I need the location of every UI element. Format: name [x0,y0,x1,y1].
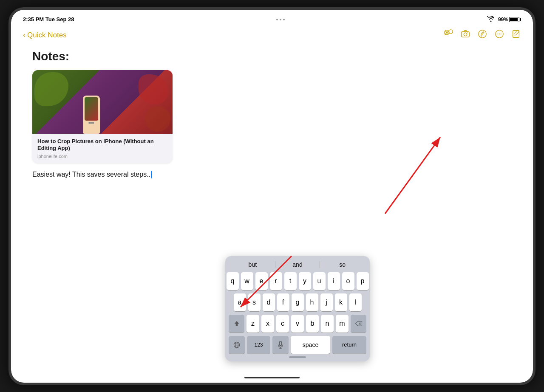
key-z[interactable]: z [246,315,259,333]
key-p[interactable]: p [357,272,369,290]
battery-fill [510,18,518,21]
key-i[interactable]: i [328,272,340,290]
status-right: 99% [487,16,521,23]
svg-point-6 [449,30,453,34]
key-x[interactable]: x [261,315,274,333]
nav-right-icons [444,29,521,41]
main-content: Notes: How to Crop Pict [11,45,533,187]
status-dot-1 [276,19,278,20]
back-label: Quick Notes [27,31,67,39]
keyboard-suggestions: but and so [229,260,366,269]
status-time: 2:35 PM Tue Sep 28 [23,16,74,23]
globe-key[interactable] [229,336,245,354]
status-center [276,19,285,20]
mic-key[interactable] [272,336,289,354]
battery-icon [509,17,519,22]
shift-key[interactable] [229,315,244,333]
ipad-screen: 2:35 PM Tue Sep 28 99% [11,10,533,383]
wifi-icon [487,16,495,23]
svg-point-9 [468,32,468,33]
svg-rect-4 [445,33,448,34]
more-icon[interactable] [495,29,504,41]
key-j[interactable]: j [320,293,333,311]
battery-container: 99% [498,17,521,23]
space-key[interactable]: space [291,336,330,354]
checklist-icon[interactable] [444,29,453,41]
svg-rect-3 [445,31,449,32]
key-b[interactable]: b [306,315,319,333]
chevron-left-icon: ‹ [23,31,26,39]
keyboard-rows: q w e r t y u i o p a s d f g [229,272,366,354]
numbers-key[interactable]: 123 [247,336,270,354]
keyboard[interactable]: but and so q w e r t y u i o p [225,256,370,361]
note-text-content: Easiest way! This saves several steps.. [32,171,150,178]
nav-bar: ‹ Quick Notes [11,27,533,45]
link-card-text: How to Crop Pictures on iPhone (Without … [32,134,173,164]
key-t[interactable]: t [284,272,297,290]
markup-icon[interactable] [478,29,487,41]
key-k[interactable]: k [335,293,347,311]
compose-icon[interactable] [512,29,521,41]
svg-point-13 [499,34,500,34]
key-e[interactable]: e [255,272,268,290]
ipad-frame: 2:35 PM Tue Sep 28 99% [8,7,536,385]
handle-bar [289,356,306,358]
battery-percent: 99% [498,17,508,23]
key-a[interactable]: a [234,293,246,311]
key-h[interactable]: h [306,293,318,311]
key-u[interactable]: u [313,272,326,290]
back-button[interactable]: ‹ Quick Notes [23,31,67,39]
delete-key[interactable] [351,315,366,333]
link-card[interactable]: How to Crop Pictures on iPhone (Without … [32,70,173,164]
battery-tip [520,18,521,21]
key-w[interactable]: w [241,272,253,290]
status-bar: 2:35 PM Tue Sep 28 99% [11,10,533,27]
svg-point-12 [497,34,498,34]
suggestion-2[interactable]: and [275,260,320,269]
key-row-2: a s d f g h j k l [229,293,366,311]
key-s[interactable]: s [248,293,261,311]
key-o[interactable]: o [342,272,354,290]
link-card-domain: iphonelife.com [37,154,167,159]
side-button-right[interactable] [535,86,536,107]
return-key[interactable]: return [332,336,366,354]
svg-rect-5 [445,34,448,35]
home-indicator [244,377,300,378]
key-c[interactable]: c [276,315,289,333]
status-dot-3 [283,19,285,20]
notes-title: Notes: [32,50,512,63]
key-row-3: z x c v b n m [229,315,366,333]
key-l[interactable]: l [349,293,362,311]
svg-rect-7 [462,32,469,37]
svg-rect-22 [279,341,281,345]
key-v[interactable]: v [291,315,304,333]
key-y[interactable]: y [299,272,311,290]
svg-point-14 [501,34,502,34]
key-g[interactable]: g [292,293,304,311]
key-row-1: q w e r t y u i o p [229,272,366,290]
key-q[interactable]: q [227,272,239,290]
text-cursor [151,171,152,178]
svg-point-18 [234,342,240,348]
note-text[interactable]: Easiest way! This saves several steps.. [32,171,512,178]
key-f[interactable]: f [277,293,289,311]
key-r[interactable]: r [270,272,282,290]
svg-point-8 [464,33,467,36]
link-card-title: How to Crop Pictures on iPhone (Without … [37,138,167,152]
link-card-image [32,70,173,134]
suggestion-3[interactable]: so [320,260,365,269]
key-n[interactable]: n [321,315,334,333]
key-row-4: 123 space return [229,336,366,354]
suggestion-1[interactable]: but [230,260,275,269]
key-d[interactable]: d [263,293,275,311]
svg-point-19 [235,342,238,348]
key-m[interactable]: m [336,315,348,333]
camera-icon[interactable] [461,29,470,41]
status-dot-2 [280,19,281,20]
keyboard-handle [229,356,366,358]
side-button-left[interactable] [8,95,9,107]
